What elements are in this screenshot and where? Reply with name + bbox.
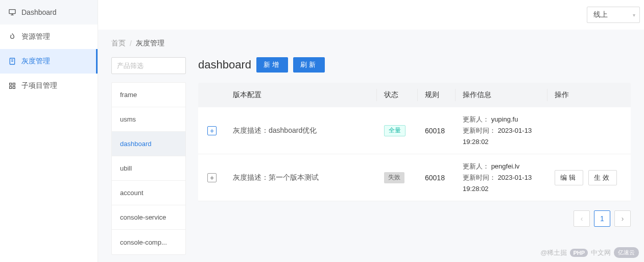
breadcrumb: 首页 / 灰度管理 xyxy=(98,30,644,57)
fire-icon xyxy=(8,33,16,41)
product-item-frame[interactable]: frame xyxy=(112,83,185,107)
product-panel: frame usms dashboard ubill account conso… xyxy=(111,57,186,255)
topbar: 线上 ▾ xyxy=(98,0,644,30)
cell-info: 更新人： yuping.fu 更新时间： 2023-01-13 19:28:02 xyxy=(456,114,547,148)
content-wrap: 首页 / 灰度管理 frame usms dashboard ubill acc… xyxy=(98,30,644,262)
product-item-console-service[interactable]: console-service xyxy=(112,205,185,230)
table-row: + 灰度描述：第一个版本测试 失效 60018 更新人： pengfei.lv xyxy=(198,154,631,201)
sidebar-item-gray[interactable]: 灰度管理 xyxy=(0,49,98,74)
cell-status: 全量 xyxy=(377,125,418,136)
title-row: dashboard 新增 刷新 xyxy=(198,57,631,73)
th-rule: 规则 xyxy=(418,89,456,101)
svg-rect-7 xyxy=(13,83,15,85)
sidebar-item-label: 灰度管理 xyxy=(21,57,50,66)
sidebar-item-label: 子项目管理 xyxy=(21,81,57,90)
product-item-usms[interactable]: usms xyxy=(112,107,185,132)
updater-value: pengfei.lv xyxy=(491,162,520,170)
breadcrumb-current: 灰度管理 xyxy=(136,39,164,48)
time-label: 更新时间： xyxy=(463,174,496,181)
desc-value: 第一个版本测试 xyxy=(269,173,319,181)
env-select-value: 线上 xyxy=(593,10,608,19)
sidebar-item-label: Dashboard xyxy=(21,8,57,16)
env-select[interactable]: 线上 ▾ xyxy=(587,7,640,23)
monitor-icon xyxy=(8,8,16,16)
cell-rule: 60018 xyxy=(418,127,456,135)
sidebar-item-label: 资源管理 xyxy=(21,32,50,41)
breadcrumb-sep: / xyxy=(130,39,132,47)
product-item-ubill[interactable]: ubill xyxy=(112,156,185,181)
edit-button[interactable]: 编辑 xyxy=(555,170,583,185)
grid-icon xyxy=(8,82,16,90)
chevron-down-icon: ▾ xyxy=(633,12,635,18)
product-filter-input[interactable] xyxy=(111,57,186,74)
sidebar: Dashboard 资源管理 灰度管理 子项目管理 xyxy=(0,0,98,262)
chevron-right-icon: › xyxy=(622,215,624,223)
desc-label: 灰度描述： xyxy=(233,173,269,181)
product-item-account[interactable]: account xyxy=(112,181,185,205)
th-desc: 版本配置 xyxy=(226,89,377,101)
page-1-button[interactable]: 1 xyxy=(594,210,610,227)
expand-icon[interactable]: + xyxy=(207,173,217,182)
table-row: + 灰度描述：dashboard优化 全量 60018 更新人： yuping.… xyxy=(198,107,631,154)
right-panel: dashboard 新增 刷新 版本配置 状态 规则 操作信息 操作 xyxy=(198,57,631,255)
cell-action: 编辑 生效 xyxy=(547,170,631,185)
updater-label: 更新人： xyxy=(463,115,489,123)
file-icon xyxy=(8,57,16,65)
product-list: frame usms dashboard ubill account conso… xyxy=(111,82,186,255)
sidebar-item-subproject[interactable]: 子项目管理 xyxy=(0,74,98,98)
status-tag: 全量 xyxy=(384,125,406,136)
next-page-button[interactable]: › xyxy=(614,210,631,227)
prev-page-button[interactable]: ‹ xyxy=(574,210,590,227)
pagination: ‹ 1 › xyxy=(198,210,631,227)
desc-value: dashboard优化 xyxy=(269,126,317,134)
svg-rect-0 xyxy=(9,10,15,14)
cell-rule: 60018 xyxy=(418,174,456,182)
cell-info: 更新人： pengfei.lv 更新时间： 2023-01-13 19:28:0… xyxy=(456,161,547,195)
th-action: 操作 xyxy=(547,89,631,101)
svg-rect-8 xyxy=(10,86,12,88)
page-title: dashboard xyxy=(198,58,251,72)
table-head: 版本配置 状态 规则 操作信息 操作 xyxy=(198,83,631,107)
version-table: 版本配置 状态 规则 操作信息 操作 + 灰度描述：d xyxy=(198,83,631,201)
updater-label: 更新人： xyxy=(463,162,489,170)
refresh-button[interactable]: 刷新 xyxy=(293,57,325,73)
product-item-dashboard[interactable]: dashboard xyxy=(112,132,185,156)
sidebar-item-dashboard[interactable]: Dashboard xyxy=(0,0,98,25)
svg-rect-6 xyxy=(10,83,12,85)
breadcrumb-home[interactable]: 首页 xyxy=(111,39,126,48)
status-tag: 失效 xyxy=(384,172,404,183)
th-expand xyxy=(198,89,226,101)
updater-value: yuping.fu xyxy=(491,115,518,123)
cell-desc: 灰度描述：dashboard优化 xyxy=(226,126,377,135)
time-label: 更新时间： xyxy=(463,127,496,134)
expand-icon[interactable]: + xyxy=(207,126,217,135)
main-area: 线上 ▾ 首页 / 灰度管理 frame usms dashboard ubil xyxy=(98,0,644,262)
cell-desc: 灰度描述：第一个版本测试 xyxy=(226,173,377,182)
cell-status: 失效 xyxy=(377,172,418,183)
add-button[interactable]: 新增 xyxy=(256,57,288,73)
th-status: 状态 xyxy=(377,89,418,101)
sidebar-item-resource[interactable]: 资源管理 xyxy=(0,25,98,49)
th-info: 操作信息 xyxy=(456,89,547,101)
svg-rect-9 xyxy=(13,86,15,88)
activate-button[interactable]: 生效 xyxy=(588,170,617,185)
desc-label: 灰度描述： xyxy=(233,126,269,134)
product-item-console-comp[interactable]: console-comp... xyxy=(112,230,185,254)
chevron-left-icon: ‹ xyxy=(581,215,583,223)
